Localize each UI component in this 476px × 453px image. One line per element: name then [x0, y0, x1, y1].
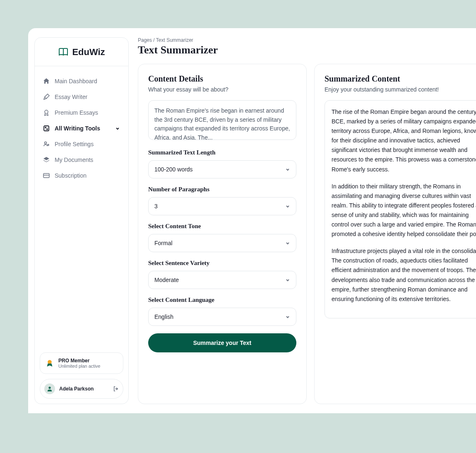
- avatar: [44, 383, 55, 394]
- summarize-button[interactable]: Summarize your Text: [148, 333, 296, 352]
- award-icon: [43, 109, 50, 116]
- chevron-down-icon: [285, 314, 290, 319]
- nav-list: Main Dashboard Essay Writer Premium Essa…: [35, 71, 128, 347]
- panel-subtitle: What your essay will be about?: [148, 86, 296, 93]
- chevron-down-icon: [285, 241, 290, 246]
- pro-badge-icon: [45, 359, 54, 368]
- user-profile-row[interactable]: Adela Parkson: [40, 379, 123, 399]
- svg-point-8: [48, 387, 50, 389]
- nav-label: Main Dashboard: [55, 78, 97, 84]
- input-text-area[interactable]: [148, 100, 296, 140]
- tone-label: Select Content Tone: [148, 223, 296, 230]
- nav-label: Essay Writer: [55, 94, 87, 100]
- svg-point-3: [47, 129, 48, 130]
- nav-premium-essays[interactable]: Premium Essays: [39, 105, 124, 120]
- nav-label: All Writing Tools: [55, 125, 100, 132]
- chevron-down-icon: [285, 204, 290, 209]
- variety-value: Moderate: [154, 277, 179, 283]
- variety-label: Select Sentence Variety: [148, 260, 296, 267]
- paragraphs-label: Number of Paragraphs: [148, 186, 296, 193]
- output-subtitle: Enjoy your outstanding summarized conten…: [325, 86, 476, 93]
- summarized-content-panel: Summarized Content Enjoy your outstandin…: [314, 64, 476, 404]
- chevron-down-icon: [285, 277, 290, 282]
- length-value: 100-200 words: [154, 166, 193, 173]
- logout-icon[interactable]: [113, 386, 119, 392]
- tools-icon: [43, 125, 50, 132]
- logo: EduWiz: [35, 47, 128, 66]
- output-paragraph: The rise of the Roman Empire began aroun…: [332, 107, 476, 174]
- pencil-icon: [43, 94, 50, 100]
- nav-dashboard[interactable]: Main Dashboard: [39, 74, 124, 89]
- nav-label: My Documents: [55, 157, 93, 163]
- content-details-panel: Content Details What your essay will be …: [138, 64, 307, 404]
- variety-select[interactable]: Moderate: [148, 271, 296, 289]
- paragraphs-value: 3: [154, 203, 158, 210]
- nav-label: Profile Settings: [55, 141, 94, 147]
- output-title: Summarized Content: [325, 74, 476, 84]
- main-content: Pages / Text Summarizer Text Summarizer …: [129, 28, 476, 413]
- nav-profile[interactable]: Profile Settings: [39, 137, 124, 152]
- pro-subtitle: Unlimited plan active: [58, 364, 101, 369]
- book-icon: [58, 48, 69, 56]
- page-title: Text Summarizer: [138, 44, 476, 56]
- pro-title: PRO Member: [58, 358, 101, 364]
- brand-name: EduWiz: [72, 47, 105, 58]
- profile-settings-icon: [43, 141, 50, 147]
- nav-label: Premium Essays: [55, 109, 98, 116]
- panel-title: Content Details: [148, 74, 296, 84]
- svg-point-2: [45, 127, 46, 128]
- language-select[interactable]: English: [148, 308, 296, 326]
- breadcrumb: Pages / Text Summarizer: [138, 37, 476, 43]
- user-name: Adela Parkson: [59, 386, 109, 392]
- svg-point-0: [45, 110, 48, 113]
- output-paragraph: In addition to their military strength, …: [332, 182, 476, 239]
- length-label: Summarized Text Length: [148, 149, 296, 156]
- svg-point-5: [48, 145, 49, 146]
- sidebar: EduWiz Main Dashboard Essay Writer Premi…: [34, 37, 129, 404]
- home-icon: [43, 78, 50, 84]
- tone-value: Formal: [154, 240, 173, 246]
- sidebar-bottom: PRO Member Unlimited plan active Adela P…: [35, 347, 128, 404]
- content-row: Content Details What your essay will be …: [138, 64, 476, 404]
- nav-documents[interactable]: My Documents: [39, 152, 124, 167]
- nav-subscription[interactable]: Subscription: [39, 168, 124, 183]
- length-select[interactable]: 100-200 words: [148, 160, 296, 178]
- chevron-down-icon: [285, 167, 290, 172]
- output-text-box: The rise of the Roman Empire began aroun…: [325, 100, 476, 318]
- nav-all-tools[interactable]: All Writing Tools: [39, 121, 124, 136]
- chevron-down-icon: [115, 126, 120, 131]
- paragraphs-select[interactable]: 3: [148, 197, 296, 215]
- layers-icon: [43, 157, 50, 163]
- tone-select[interactable]: Formal: [148, 234, 296, 252]
- card-icon: [43, 172, 50, 179]
- svg-point-4: [45, 142, 47, 144]
- nav-essay-writer[interactable]: Essay Writer: [39, 89, 124, 104]
- person-icon: [47, 386, 53, 392]
- svg-rect-1: [44, 126, 49, 131]
- nav-label: Subscription: [55, 172, 87, 179]
- app-container: EduWiz Main Dashboard Essay Writer Premi…: [28, 28, 476, 413]
- pro-member-badge: PRO Member Unlimited plan active: [40, 352, 123, 374]
- svg-rect-6: [43, 173, 49, 178]
- language-label: Select Content Language: [148, 296, 296, 304]
- output-paragraph: Infrastructure projects played a vital r…: [332, 246, 476, 304]
- language-value: English: [154, 313, 173, 320]
